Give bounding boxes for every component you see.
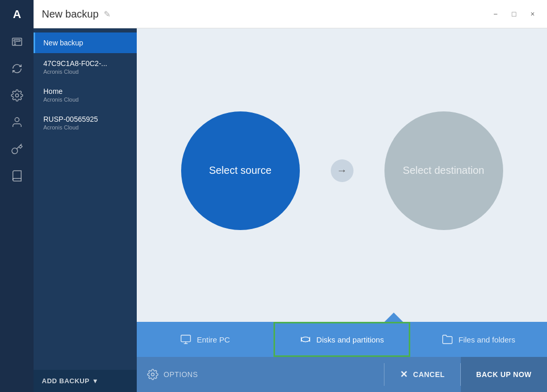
tab-disks-label: Disks and partitions [316,335,384,344]
app-logo: A [0,0,34,28]
nav-item-title: Home [43,87,128,95]
tab-files-folders[interactable]: Files and folders [410,322,547,357]
nav-item-new-backup[interactable]: New backup [34,32,137,53]
add-backup-label: ADD BACKUP [42,377,89,385]
nav-panel: New backup 47C9C1A8-F0C2-... Acronis Clo… [34,28,137,392]
sidebar-icon-book[interactable] [0,162,34,189]
nav-item-subtitle: Acronis Cloud [43,124,128,130]
options-gear-icon [147,369,158,380]
monitor-icon [180,334,191,345]
nav-item-title: New backup [43,39,128,47]
nav-item-subtitle: Acronis Cloud [43,96,128,103]
sidebar-icon-backup[interactable] [0,28,34,55]
nav-item-backup-2[interactable]: Home Acronis Cloud [34,81,137,109]
add-backup-chevron-icon: ▾ [93,377,98,385]
close-button[interactable]: × [526,8,539,20]
maximize-button[interactable]: □ [508,8,520,20]
options-button[interactable]: OPTIONS [137,357,384,392]
svg-point-5 [15,118,19,122]
select-destination-button[interactable]: Select destination [384,111,503,230]
sidebar-icon-tools[interactable] [0,82,34,109]
arrow-indicator: → [331,159,353,182]
tab-entire-pc[interactable]: Entire PC [137,322,274,357]
edit-title-icon[interactable]: ✎ [104,9,110,19]
cancel-x-icon: ✕ [400,369,408,380]
backup-now-label: BACK UP NOW [476,370,532,379]
sidebar-icon-sync[interactable] [0,55,34,82]
main-content: Select source → Select destination [137,28,547,313]
nav-item-backup-3[interactable]: RUSP-00565925 Acronis Cloud [34,109,137,137]
title-text: New backup [42,8,99,20]
options-label: OPTIONS [164,370,198,379]
arrow-icon: → [337,165,347,176]
svg-rect-1 [14,40,20,41]
window-controls: − □ × [489,8,539,20]
source-pointer [384,313,403,322]
tab-files-label: Files and folders [458,335,515,344]
svg-rect-0 [12,38,22,45]
svg-rect-6 [181,335,190,342]
window-title: New backup ✎ [42,8,110,20]
minimize-button[interactable]: − [489,8,502,20]
action-bar: OPTIONS ✕ CANCEL BACK UP NOW [137,357,547,392]
svg-point-12 [151,373,154,376]
destination-label: Select destination [403,165,485,176]
tab-disks-partitions[interactable]: Disks and partitions [274,322,410,357]
svg-point-4 [15,94,19,97]
nav-item-title: 47C9C1A8-F0C2-... [43,59,128,68]
tab-entire-pc-label: Entire PC [197,335,230,344]
nav-item-title: RUSP-00565925 [43,115,128,123]
sidebar-icon-key[interactable] [0,136,34,162]
sidebar: A [0,0,34,392]
backup-now-button[interactable]: BACK UP NOW [461,357,547,392]
nav-item-subtitle: Acronis Cloud [43,69,128,75]
main-area: Select source → Select destination Entir… [137,28,547,392]
cancel-button[interactable]: ✕ CANCEL [384,357,460,392]
cancel-label: CANCEL [413,370,445,379]
folder-icon [442,334,453,345]
nav-item-backup-1[interactable]: 47C9C1A8-F0C2-... Acronis Cloud [34,53,137,81]
title-bar: New backup ✎ − □ × [34,0,547,28]
add-backup-button[interactable]: ADD BACKUP ▾ [34,370,137,392]
sidebar-icon-account[interactable] [0,109,34,136]
disk-icon [300,334,311,345]
source-tabs: Entire PC Disks and partitions Files and… [137,322,547,357]
source-label: Select source [209,165,271,176]
select-source-button[interactable]: Select source [181,111,300,230]
